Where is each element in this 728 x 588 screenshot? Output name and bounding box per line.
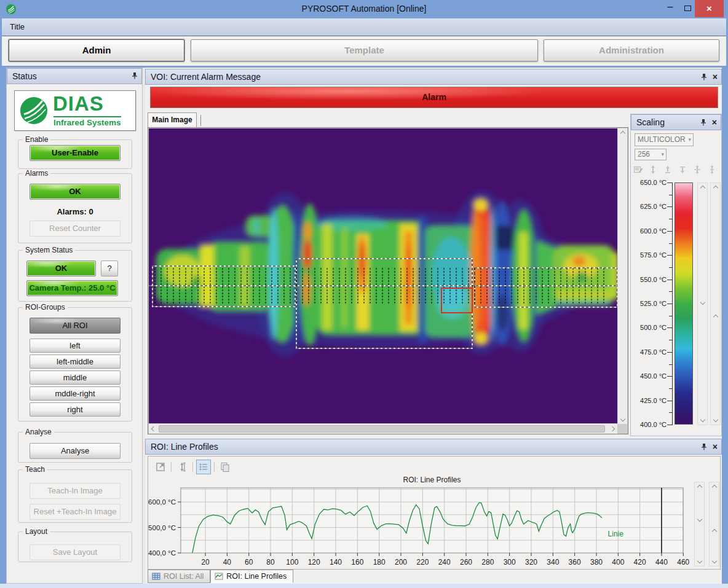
alarms-ok-button: OK xyxy=(30,184,121,200)
x-tick-label: 300 xyxy=(504,558,516,566)
properties-icon[interactable] xyxy=(633,165,643,174)
reset-teach-in-button[interactable]: Reset +Teach-In Image xyxy=(30,504,121,520)
layout-group-label: Layout xyxy=(23,527,50,536)
scale-updown-icon[interactable] xyxy=(648,165,658,174)
x-tick-label: 260 xyxy=(460,558,472,566)
scrollbar-thumb[interactable] xyxy=(159,425,605,433)
palette-select-value: MULTICOLOR xyxy=(638,134,686,146)
status-panel-header: Status xyxy=(7,68,142,84)
tab-roi-list[interactable]: ROI List: All xyxy=(148,570,210,583)
x-tick-label: 280 xyxy=(481,558,494,566)
scale-tick xyxy=(667,352,672,353)
line-profiles-panel: ROI: Line Profiles × 2040608010012014016… xyxy=(145,439,722,584)
tab-line-profiles[interactable]: ROI: Line Profiles xyxy=(210,570,293,583)
copy-chart-icon[interactable] xyxy=(218,460,232,474)
chart-legend: Linie xyxy=(608,530,624,538)
scale-label: 550.0 °C xyxy=(632,276,667,283)
menu-bar[interactable]: Title xyxy=(2,18,726,36)
scale-label: 400.0 °C xyxy=(632,421,667,428)
main-image-tab[interactable]: Main Image xyxy=(148,112,197,127)
scale-tick xyxy=(667,376,672,377)
tab-template[interactable]: Template xyxy=(191,39,538,61)
roi-button-right[interactable]: right xyxy=(30,402,121,417)
scale-tick xyxy=(667,206,672,207)
chart-toolbar xyxy=(153,460,232,474)
minimize-button[interactable]: – xyxy=(661,0,679,17)
analyse-group: Analyse Analyse xyxy=(18,432,132,463)
open-window-icon[interactable] xyxy=(153,460,168,474)
alarms-group: Alarms OK Alarms: 0 Reset Counter xyxy=(18,173,132,243)
scale-tick xyxy=(667,255,672,256)
chart-scale-slider-a[interactable] xyxy=(694,482,705,566)
scale-min-slider[interactable] xyxy=(710,182,721,425)
roi-button-middle[interactable]: middle xyxy=(30,370,121,385)
image-horizontal-scrollbar[interactable] xyxy=(149,424,617,434)
alarms-group-label: Alarms xyxy=(23,169,50,178)
pin-icon[interactable] xyxy=(132,72,138,79)
x-tick-label: 420 xyxy=(634,558,646,566)
nav-tab-row: Admin Template Administration xyxy=(2,36,726,66)
tab-admin[interactable]: Admin xyxy=(9,39,184,61)
tab-roi-list-label: ROI List: All xyxy=(164,570,204,582)
x-tick-label: 100 xyxy=(286,558,298,566)
thermal-image[interactable] xyxy=(149,128,617,423)
autoscale-continuous-icon[interactable] xyxy=(707,165,717,174)
user-enable-button[interactable]: User-Enable xyxy=(30,145,121,161)
bottom-tab-bar: ROI List: All ROI: Line Profiles xyxy=(148,570,293,583)
window-title: PYROSOFT Automation [Online] xyxy=(0,4,728,14)
x-tick-label: 20 xyxy=(201,558,210,566)
tab-line-profiles-label: ROI: Line Profiles xyxy=(226,570,287,582)
roi-button-left-middle[interactable]: left-middle xyxy=(30,355,121,369)
x-tick-label: 400 xyxy=(612,558,624,566)
analyse-button[interactable]: Analyse xyxy=(30,443,121,459)
x-tick-label: 120 xyxy=(308,558,320,566)
x-tick-label: 200 xyxy=(395,558,407,566)
maximize-button[interactable] xyxy=(678,0,697,17)
dias-logo-subtitle: Infrared Systems xyxy=(53,116,121,127)
teach-in-button[interactable]: Teach-In Image xyxy=(30,483,121,499)
chart-scale-slider-b[interactable] xyxy=(709,482,719,566)
pin-icon[interactable] xyxy=(701,73,707,80)
scaling-panel-title: Scaling xyxy=(636,117,665,127)
all-roi-button[interactable]: All ROI xyxy=(30,318,121,334)
maximize-icon xyxy=(684,6,691,11)
scale-label: 525.0 °C xyxy=(632,300,667,307)
close-panel-icon[interactable]: × xyxy=(712,118,717,127)
dias-logo-icon xyxy=(19,96,49,125)
roi-button-left[interactable]: left xyxy=(30,339,121,353)
x-tick-label: 40 xyxy=(223,558,232,566)
voi-panel-header: VOI: Current Alarm Message × xyxy=(145,69,722,85)
scaling-panel: Scaling × MULTICOLOR▾ 256▾ 650.0 °C625.0… xyxy=(630,114,722,436)
image-vertical-scrollbar[interactable] xyxy=(617,128,627,424)
palette-select[interactable]: MULTICOLOR▾ xyxy=(635,133,694,146)
levels-select[interactable]: 256▾ xyxy=(635,149,667,160)
dropdown-arrow-icon: ▾ xyxy=(661,149,664,160)
levels-select-value: 256 xyxy=(638,150,650,159)
close-panel-icon[interactable]: × xyxy=(713,442,718,451)
scale-tick xyxy=(667,425,672,425)
legend-list-icon[interactable] xyxy=(196,460,211,474)
reset-counter-button[interactable]: Reset Counter xyxy=(30,221,121,237)
camera-temp-button: Camera Temp.: 25.0 °C xyxy=(26,280,118,296)
close-panel-icon[interactable]: × xyxy=(713,73,718,81)
color-scale-bar xyxy=(675,182,693,425)
line-chart-icon xyxy=(215,573,223,580)
save-layout-button[interactable]: Save Layout xyxy=(30,544,121,560)
scale-min-icon[interactable] xyxy=(678,165,687,174)
status-panel: Status DIAS Infrared Systems Enable User… xyxy=(6,68,143,584)
pin-icon[interactable] xyxy=(701,443,707,450)
autoscale-once-icon[interactable] xyxy=(692,165,702,174)
main-image-frame xyxy=(148,127,628,434)
scale-max-icon[interactable] xyxy=(663,165,673,174)
scale-max-slider[interactable] xyxy=(697,182,708,425)
pin-icon[interactable] xyxy=(700,119,706,126)
close-button[interactable]: × xyxy=(695,0,724,17)
teach-group: Teach Teach-In Image Reset +Teach-In Ima… xyxy=(18,469,132,523)
roi-button-middle-right[interactable]: mddle-right xyxy=(30,386,121,401)
scale-tick xyxy=(667,182,672,183)
tab-administration[interactable]: Administration xyxy=(544,39,719,61)
x-tick-label: 160 xyxy=(351,558,363,566)
fit-vertical-icon[interactable] xyxy=(175,460,189,474)
system-help-button[interactable]: ? xyxy=(101,261,118,276)
x-tick-label: 460 xyxy=(677,558,689,566)
